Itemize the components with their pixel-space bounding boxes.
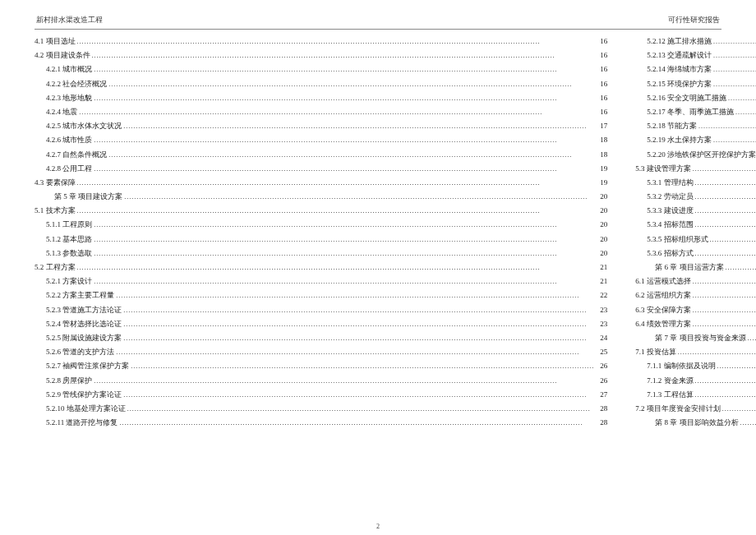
toc-entry-label: 4.2.1 城市概况 <box>46 66 92 73</box>
toc-entry: 5.2.17 冬季、雨季施工措施37 <box>635 108 756 116</box>
toc-entry-label: 第 8 章 项目影响效益分析 <box>655 419 738 427</box>
toc-entry-label: 5.3.1 管理结构 <box>647 179 693 187</box>
toc-entry-label: 4.2.7 自然条件概况 <box>46 151 107 159</box>
toc-entry: 4.2.4 地震16 <box>35 108 607 116</box>
toc-entry-label: 5.2.11 道路开挖与修复 <box>46 419 118 427</box>
toc-entry: 4.2.8 公用工程19 <box>35 165 607 173</box>
toc-entry: 5.2.9 管线保护方案论证27 <box>35 391 607 399</box>
toc-entry-label: 5.2.19 水土保持方案 <box>647 136 712 144</box>
toc-entry-label: 6.1 运营模式选择 <box>635 278 691 285</box>
toc-entry-label: 第 6 章 项目运营方案 <box>655 264 723 271</box>
toc-leader-dots <box>123 307 594 314</box>
toc-entry-label: 7.2 项目年度资金安排计划 <box>635 405 721 413</box>
page-number: 2 <box>0 523 756 530</box>
toc-leader-dots <box>695 377 757 385</box>
page-header: 新村排水渠改造工程 可行性研究报告 <box>35 15 721 30</box>
toc-columns: 4.1 项目选址164.2 项目建设条件164.2.1 城市概况164.2.2 … <box>35 38 721 433</box>
toc-leader-dots <box>92 52 595 59</box>
toc-entry-label: 5.1 技术方案 <box>35 207 76 214</box>
toc-leader-dots <box>116 292 594 299</box>
toc-entry-label: 5.2 工程方案 <box>35 264 76 271</box>
toc-entry: 5.3.2 劳动定员41 <box>635 193 756 201</box>
toc-entry-label: 5.2.7 袖阀管注浆保护方案 <box>46 362 129 370</box>
toc-entry-label: 7.1.3 工程估算 <box>647 391 693 399</box>
toc-leader-dots <box>713 136 756 144</box>
toc-entry: 4.3 要素保障19 <box>35 179 607 187</box>
toc-leader-dots <box>94 136 594 144</box>
toc-entry-page: 16 <box>596 81 607 88</box>
toc-entry-page: 20 <box>596 250 607 257</box>
toc-entry-page: 16 <box>596 95 607 102</box>
toc-entry: 5.1.2 基本思路20 <box>35 236 607 243</box>
toc-entry: 6.3 安全保障方案43 <box>635 307 756 314</box>
toc-leader-dots <box>77 264 595 271</box>
toc-leader-dots <box>79 108 594 116</box>
toc-leader-dots <box>123 122 594 130</box>
toc-entry-page: 23 <box>596 307 607 314</box>
toc-entry: 第 7 章 项目投资与资金来源45 <box>635 334 756 342</box>
toc-entry: 4.2 项目建设条件16 <box>35 52 607 59</box>
toc-entry-page: 19 <box>596 165 607 173</box>
toc-leader-dots <box>77 38 595 45</box>
toc-entry-page: 20 <box>596 221 607 228</box>
toc-leader-dots <box>722 405 756 413</box>
toc-entry-label: 4.2.6 城市性质 <box>46 136 92 144</box>
toc-entry-page: 18 <box>596 151 607 159</box>
toc-entry-page: 24 <box>596 334 607 342</box>
toc-entry-label: 5.1.1 工程原则 <box>46 221 92 228</box>
toc-entry-label: 4.2 项目建设条件 <box>35 52 90 59</box>
toc-entry: 4.2.1 城市概况16 <box>35 66 607 73</box>
toc-entry-label: 6.3 安全保障方案 <box>635 307 691 314</box>
toc-leader-dots <box>678 348 756 356</box>
toc-entry-label: 7.1 投资估算 <box>635 348 676 356</box>
toc-entry: 7.1 投资估算45 <box>635 348 756 356</box>
toc-leader-dots <box>108 151 594 159</box>
toc-entry: 4.2.3 地形地貌16 <box>35 95 607 102</box>
toc-entry: 5.2.5 附属设施建设方案24 <box>35 334 607 342</box>
toc-entry: 5.1 技术方案20 <box>35 207 607 214</box>
toc-entry-page: 26 <box>596 377 607 385</box>
toc-entry: 5.2.20 涉地铁保护区开挖保护方案40 <box>635 151 756 159</box>
toc-leader-dots <box>695 207 757 214</box>
toc-entry: 5.2.16 安全文明施工措施36 <box>635 95 756 102</box>
toc-entry-label: 5.2.4 管材选择比选论证 <box>46 321 122 328</box>
toc-entry-label: 5.2.12 施工排水措施 <box>647 38 712 45</box>
toc-entry: 7.1.1 编制依据及说明45 <box>635 362 756 370</box>
toc-entry: 第 5 章 项目建设方案20 <box>35 193 607 201</box>
toc-entry: 4.2.2 社会经济概况16 <box>35 81 607 88</box>
toc-entry-label: 4.1 项目选址 <box>35 38 76 45</box>
toc-column-left: 4.1 项目选址164.2 项目建设条件164.2.1 城市概况164.2.2 … <box>35 38 607 433</box>
toc-entry-label: 5.2.8 房屋保护 <box>46 377 92 385</box>
toc-entry-label: 第 7 章 项目投资与资金来源 <box>655 334 745 342</box>
toc-leader-dots <box>116 348 594 356</box>
toc-entry-page: 23 <box>596 321 607 328</box>
toc-leader-dots <box>94 165 594 173</box>
toc-entry: 5.2.8 房屋保护26 <box>35 377 607 385</box>
toc-leader-dots <box>693 165 756 173</box>
toc-leader-dots <box>94 66 594 73</box>
toc-leader-dots <box>94 221 594 228</box>
toc-entry: 5.2.2 方案主要工程量22 <box>35 292 607 299</box>
toc-entry: 5.2.11 道路开挖与修复28 <box>35 419 607 427</box>
toc-leader-dots <box>77 207 595 214</box>
toc-leader-dots <box>713 38 756 45</box>
toc-entry-page: 28 <box>596 419 607 427</box>
toc-entry-label: 5.2.20 涉地铁保护区开挖保护方案 <box>647 151 756 159</box>
toc-leader-dots <box>119 419 594 427</box>
toc-entry: 6.1 运营模式选择43 <box>635 278 756 285</box>
toc-leader-dots <box>693 278 756 285</box>
toc-leader-dots <box>713 52 756 59</box>
toc-leader-dots <box>698 122 756 130</box>
toc-entry-label: 5.3.2 劳动定员 <box>647 193 693 201</box>
toc-entry-label: 5.2.10 地基处理方案论证 <box>46 405 126 413</box>
toc-entry: 5.2.1 方案设计21 <box>35 278 607 285</box>
toc-entry: 5.2.12 施工排水措施29 <box>635 38 756 45</box>
toc-entry-label: 5.2.3 管道施工方法论证 <box>46 307 122 314</box>
toc-leader-dots <box>717 362 757 370</box>
toc-entry-label: 4.3 要素保障 <box>35 179 76 187</box>
toc-entry-label: 6.2 运营组织方案 <box>635 292 691 299</box>
toc-entry-page: 20 <box>596 193 607 201</box>
toc-entry-label: 5.3.4 招标范围 <box>647 221 693 228</box>
toc-entry-label: 5.3.5 招标组织形式 <box>647 236 708 243</box>
toc-entry-label: 6.4 绩效管理方案 <box>635 321 691 328</box>
